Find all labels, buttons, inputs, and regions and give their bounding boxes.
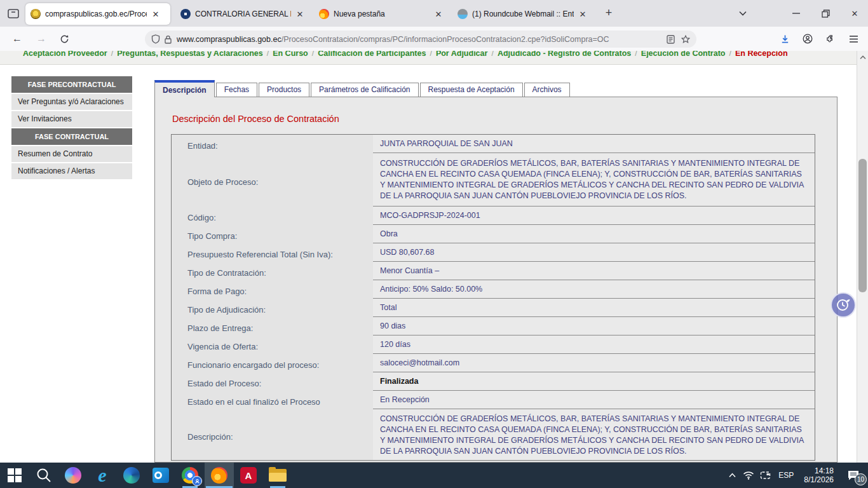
vertical-scrollbar[interactable] (857, 51, 868, 463)
back-icon[interactable]: ← (9, 31, 25, 46)
reader-mode-icon[interactable] (667, 35, 675, 44)
breadcrumb-item[interactable]: Ejecución de Contrato (641, 51, 726, 58)
bookmark-star-icon[interactable] (681, 35, 690, 44)
close-tab-icon[interactable]: ✕ (433, 10, 444, 19)
table-row: Plazo de Entrega:90 dias (172, 317, 815, 336)
forward-icon[interactable]: → (33, 31, 50, 46)
language-indicator[interactable]: ESP (773, 471, 799, 480)
tab-fechas[interactable]: Fechas (216, 83, 257, 97)
breadcrumb-band: Aceptación Proveedor/Preguntas, Respuest… (0, 51, 857, 65)
browser-tab-new[interactable]: Nueva pestaña ✕ (314, 3, 449, 25)
scrollbar-thumb[interactable] (858, 159, 867, 292)
acrobat-icon[interactable]: A (234, 463, 263, 488)
search-icon[interactable] (29, 463, 58, 488)
firefox-taskbar-icon[interactable] (205, 463, 234, 488)
row-label: Presupuesto Referencial Total (Sin Iva): (172, 243, 373, 262)
process-tabs: DescripciónFechasProductosParámetros de … (154, 81, 571, 97)
downloads-icon[interactable] (776, 31, 793, 46)
row-value: JUNTA PARROQUIAL DE SAN JUAN (373, 135, 815, 153)
tab-productos[interactable]: Productos (259, 83, 309, 97)
scroll-up-arrow-icon[interactable] (857, 53, 868, 61)
ecuador-emblem-icon (31, 9, 41, 19)
row-label: Descripción: (172, 409, 373, 460)
breadcrumb-separator: / (107, 51, 117, 58)
breadcrumb-item[interactable]: Adjudicado - Registro de Contratos (498, 51, 631, 58)
browser-tab-strip: compraspublicas.gob.ec/Proces ✕ CONTRALO… (0, 0, 868, 27)
notification-center-icon[interactable]: 10 (839, 463, 868, 488)
breadcrumb-separator: / (308, 51, 318, 58)
browser-nav-bar: ← → www.compraspublicas.gob.ec/ProcesoCo… (0, 27, 868, 51)
close-tab-icon[interactable]: ✕ (151, 10, 161, 19)
url-text: www.compraspublicas.gob.ec/ProcesoContra… (177, 35, 661, 44)
row-value: Anticipo: 50% Saldo: 50.00% (373, 280, 815, 299)
row-label: Tipo de Contratación: (172, 262, 373, 280)
close-tab-icon[interactable]: ✕ (295, 10, 305, 19)
breadcrumb-item[interactable]: En Recepción (735, 51, 788, 58)
table-row: Objeto de Proceso:CONSTRUCCIÓN DE GRADER… (172, 153, 815, 207)
lock-icon[interactable] (165, 35, 172, 44)
tray-chevron-up-icon[interactable] (724, 463, 740, 488)
breadcrumb-item[interactable]: Preguntas, Respuestas y Aclaraciones (117, 51, 263, 58)
breadcrumb-item[interactable]: Calificación de Participantes (318, 51, 426, 58)
breadcrumb-item[interactable]: En Curso (273, 51, 308, 58)
tray-display-icon[interactable] (757, 463, 773, 488)
row-label: Plazo de Entrega: (172, 317, 373, 336)
browser-tab-roundcube[interactable]: (1) Roundcube Webmail :: Entra ✕ (452, 3, 593, 25)
account-icon[interactable] (799, 31, 816, 46)
file-explorer-icon[interactable] (263, 463, 292, 488)
list-all-tabs-icon[interactable] (733, 5, 752, 22)
contraloria-logo-icon (180, 9, 191, 19)
wifi-icon[interactable] (740, 463, 757, 488)
internet-explorer-icon[interactable]: e (88, 463, 117, 488)
taskbar: e A ESP 14:18 (0, 463, 868, 488)
reload-icon[interactable] (56, 31, 72, 46)
restore-window-icon[interactable] (816, 5, 835, 22)
row-label: Entidad: (172, 135, 373, 153)
sidebar-section-header: FASE CONTRACTUAL (11, 128, 132, 145)
browser-tab-compraspublicas[interactable]: compraspublicas.gob.ec/Proces ✕ (25, 3, 170, 25)
row-value: CONSTRUCCIÓN DE GRADERÍOS METÁLICOS, BAR… (373, 153, 815, 207)
tab-title: (1) Roundcube Webmail :: Entra (472, 10, 574, 18)
browser-tab-contraloria[interactable]: CONTRALORIA GENERAL DEL ES ✕ (175, 3, 310, 25)
breadcrumb-separator: / (263, 51, 273, 58)
extensions-icon[interactable] (822, 31, 839, 46)
tab-respuesta-de-aceptaci-n[interactable]: Respuesta de Aceptación (420, 83, 523, 97)
sidebar-item[interactable]: Resumen de Contrato (11, 146, 132, 162)
row-value: Menor Cuantía – (373, 262, 815, 280)
sidebar-item[interactable]: Notificaciones / Alertas (11, 163, 132, 179)
row-label: Forma de Pago: (172, 280, 373, 299)
new-tab-button[interactable]: + (601, 6, 616, 20)
start-button[interactable] (0, 463, 29, 488)
tracking-shield-icon[interactable] (151, 34, 160, 44)
firefox-logo-icon (319, 9, 329, 19)
breadcrumb-separator: / (487, 51, 497, 58)
chrome-icon[interactable] (175, 463, 205, 488)
edge-icon[interactable] (117, 463, 146, 488)
row-label: Estado en el cual finalizó el Proceso (172, 391, 373, 409)
tab-descripci-n[interactable]: Descripción (154, 80, 215, 97)
breadcrumb-item[interactable]: Aceptación Proveedor (23, 51, 107, 58)
table-row: Código:MCO-GADPRSJP-2024-001 (172, 207, 815, 225)
table-row: Tipo de Adjudicación:Total (172, 299, 815, 317)
close-tab-icon[interactable]: ✕ (578, 10, 588, 19)
sidebar-section-header: FASE PRECONTRACTUAL (11, 76, 132, 93)
floating-timer-widget[interactable] (831, 292, 856, 318)
firefox-view-icon[interactable] (6, 7, 20, 20)
breadcrumb: Aceptación Proveedor/Preguntas, Respuest… (23, 51, 788, 58)
tab-archivos[interactable]: Archivos (524, 83, 570, 97)
breadcrumb-item[interactable]: Por Adjudicar (436, 51, 488, 58)
tab-par-metros-de-calificaci-n[interactable]: Parámetros de Calificación (311, 83, 418, 97)
copilot-icon[interactable] (58, 463, 88, 488)
close-window-icon[interactable]: ✕ (845, 5, 864, 22)
menu-hamburger-icon[interactable] (845, 31, 862, 46)
minimize-window-icon[interactable] (787, 5, 806, 22)
outlook-icon[interactable] (146, 463, 175, 488)
row-label: Funcionario encargado del proceso: (172, 354, 373, 372)
screen: compraspublicas.gob.ec/Proces ✕ CONTRALO… (0, 0, 868, 488)
notification-badge: 10 (855, 473, 867, 485)
clock[interactable]: 14:18 8/1/2026 (799, 466, 839, 484)
table-row: Tipo de Contratación:Menor Cuantía – (172, 262, 815, 280)
sidebar-item[interactable]: Ver Invitaciones (11, 111, 132, 127)
sidebar-item[interactable]: Ver Preguntas y/ó Aclaraciones (11, 94, 132, 110)
url-bar[interactable]: www.compraspublicas.gob.ec/ProcesoContra… (145, 30, 696, 48)
